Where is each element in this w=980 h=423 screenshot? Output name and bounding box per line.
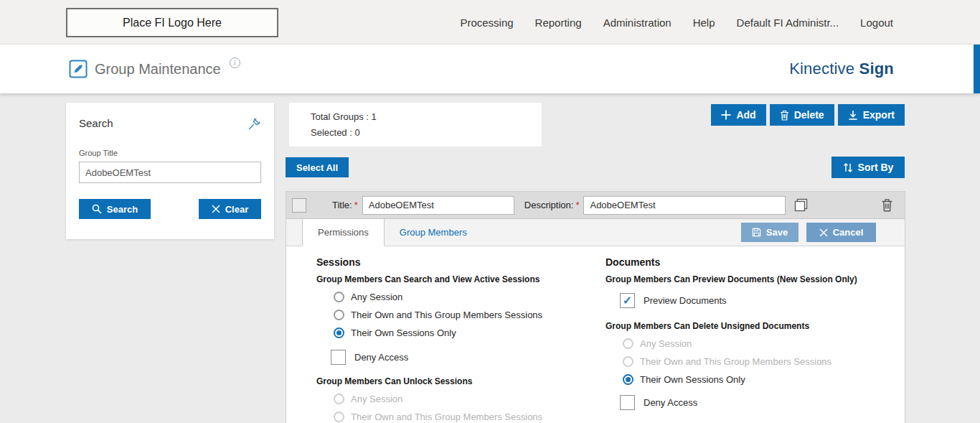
nav-reporting[interactable]: Reporting (535, 17, 582, 29)
documents-column: Documents Group Members Can Preview Docu… (606, 251, 905, 423)
permissions-tab-content: Sessions Group Members Can Search and Vi… (286, 246, 905, 423)
checkbox-icon[interactable] (331, 350, 346, 365)
export-button[interactable]: Export (838, 104, 905, 126)
radio-icon-disabled (334, 394, 344, 404)
radio-icon[interactable] (334, 292, 344, 302)
sort-icon (843, 162, 853, 173)
radio-icon-disabled (623, 356, 633, 367)
form-actions: Save Cancel (741, 219, 876, 246)
tab-group-members[interactable]: Group Members (385, 219, 482, 246)
add-button[interactable]: Add (711, 104, 765, 126)
radio-icon-disabled (334, 412, 344, 422)
radio-icon[interactable] (334, 310, 344, 320)
brand-sign: Sign (859, 60, 894, 78)
select-all-label: Select All (296, 162, 338, 173)
radio-icon-checked[interactable] (623, 374, 633, 385)
group-title-input[interactable] (79, 162, 261, 183)
download-icon (848, 110, 858, 121)
checkbox-icon-checked[interactable] (620, 293, 635, 308)
group-actions: Add Delete Export (711, 104, 905, 126)
nav-logout[interactable]: Logout (860, 17, 893, 29)
sessions-heading: Sessions (316, 256, 606, 268)
cancel-button[interactable]: Cancel (806, 223, 876, 242)
delete-button-label: Delete (794, 109, 824, 121)
title-bar: Group Maintenance i Kinective Sign (0, 45, 980, 93)
radio-icon-checked[interactable] (334, 327, 344, 338)
search-panel: Search Group Title Search Clear (66, 103, 274, 239)
checkbox-icon[interactable] (620, 395, 635, 410)
radio-option-any-session-disabled: Any Session (334, 393, 606, 404)
radio-option-own-and-group[interactable]: Their Own and This Group Members Session… (334, 309, 606, 320)
fi-logo-placeholder: Place FI Logo Here (66, 8, 278, 37)
brand-kinective: Kinective (789, 60, 854, 78)
close-icon (819, 228, 828, 237)
group-title-field[interactable] (362, 196, 514, 215)
clear-button-label: Clear (225, 204, 249, 215)
radio-option-own-and-group-disabled: Their Own and This Group Members Session… (623, 355, 905, 367)
radio-option-any-session[interactable]: Any Session (334, 291, 606, 302)
group-row: Title:* Description:* (286, 192, 905, 219)
nav-help[interactable]: Help (693, 17, 715, 29)
nav-current-user[interactable]: Default FI Administr... (737, 17, 839, 29)
deny-access-checkbox-row[interactable]: Deny Access (331, 350, 606, 365)
save-button-label: Save (766, 227, 788, 238)
close-icon (212, 205, 220, 213)
required-marker: * (354, 200, 358, 210)
documents-heading: Documents (606, 256, 905, 268)
info-icon[interactable]: i (230, 57, 240, 68)
group-description-field[interactable] (583, 196, 786, 215)
clear-button[interactable]: Clear (199, 199, 261, 219)
sort-by-button[interactable]: Sort By (831, 157, 905, 178)
radio-option-own-only[interactable]: Their Own Sessions Only (623, 373, 905, 385)
delete-unsigned-group-label: Group Members Can Delete Unsigned Docume… (606, 321, 905, 331)
group-title-label: Group Title (79, 149, 261, 157)
group-select-checkbox[interactable] (292, 198, 306, 213)
fi-logo-text: Place FI Logo Here (123, 17, 222, 29)
title-label: Title:* (332, 200, 358, 210)
delete-button[interactable]: Delete (770, 104, 834, 126)
top-bar: Place FI Logo Here Processing Reporting … (0, 0, 980, 45)
search-panel-title: Search (79, 117, 113, 129)
preview-documents-group-label: Group Members Can Preview Documents (New… (606, 274, 905, 284)
plus-icon (721, 110, 731, 120)
deny-access-checkbox-row[interactable]: Deny Access (620, 395, 905, 410)
sort-by-label: Sort By (858, 162, 894, 173)
nav-administration[interactable]: Administration (603, 17, 672, 29)
tab-strip: Permissions Group Members Save Cancel (286, 219, 905, 246)
export-button-label: Export (863, 109, 895, 121)
scrollbar-thumb[interactable] (974, 45, 980, 93)
nav-processing[interactable]: Processing (460, 17, 513, 29)
required-marker: * (575, 200, 579, 210)
description-label: Description:* (524, 200, 580, 210)
trash-icon (780, 110, 789, 121)
selected-count-text: Selected : 0 (311, 125, 542, 141)
row-trash-icon[interactable] (881, 198, 893, 212)
total-groups-text: Total Groups : 1 (311, 109, 542, 125)
radio-option-own-only[interactable]: Their Own Sessions Only (334, 327, 606, 338)
preview-documents-checkbox-row[interactable]: Preview Documents (620, 293, 905, 308)
add-button-label: Add (736, 109, 755, 121)
group-panel: Title:* Description:* Permissions (286, 191, 905, 423)
radio-icon-disabled (623, 338, 633, 349)
top-nav: Processing Reporting Administration Help… (460, 0, 893, 45)
cancel-button-label: Cancel (833, 227, 864, 238)
select-all-button[interactable]: Select All (286, 157, 349, 177)
tab-permissions[interactable]: Permissions (302, 219, 385, 246)
radio-option-any-session-disabled: Any Session (623, 338, 905, 349)
search-icon (92, 204, 102, 214)
page-title: Group Maintenance (95, 61, 221, 78)
pin-icon[interactable] (247, 117, 261, 131)
unlock-group-label: Group Members Can Unlock Sessions (316, 376, 606, 386)
save-button[interactable]: Save (741, 223, 798, 242)
sessions-column: Sessions Group Members Can Search and Vi… (316, 251, 606, 423)
radio-option-own-and-group-disabled: Their Own and This Group Members Session… (334, 411, 606, 422)
copy-icon[interactable] (793, 197, 809, 213)
save-icon (752, 228, 761, 237)
brand-logo: Kinective Sign (789, 60, 894, 78)
group-maintenance-icon (69, 60, 88, 78)
groups-summary: Total Groups : 1 Selected : 0 (289, 103, 542, 147)
search-view-group-label: Group Members Can Search and View Active… (316, 274, 606, 284)
search-button-label: Search (107, 204, 138, 215)
search-button[interactable]: Search (79, 199, 151, 219)
